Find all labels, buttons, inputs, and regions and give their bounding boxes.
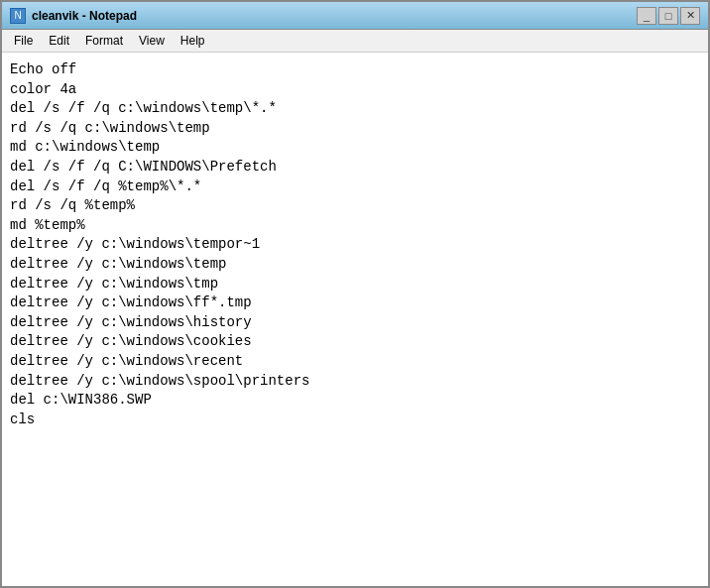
title-bar-buttons: _ □ ✕ [637,7,700,25]
notepad-icon: N [10,8,26,24]
menu-edit[interactable]: Edit [41,32,77,50]
maximize-button[interactable]: □ [658,7,678,25]
notepad-window: N cleanvik - Notepad _ □ ✕ File Edit For… [0,0,710,588]
minimize-button[interactable]: _ [637,7,656,25]
close-button[interactable]: ✕ [680,7,700,25]
menu-help[interactable]: Help [173,32,213,50]
window-title: cleanvik - Notepad [32,9,137,23]
menu-format[interactable]: Format [77,32,131,50]
title-bar: N cleanvik - Notepad _ □ ✕ [2,2,708,30]
title-bar-left: N cleanvik - Notepad [10,8,137,24]
text-editor-area[interactable]: Echo off color 4a del /s /f /q c:\window… [2,53,708,586]
code-text[interactable]: Echo off color 4a del /s /f /q c:\window… [10,60,700,429]
menu-file[interactable]: File [6,32,41,50]
menu-bar: File Edit Format View Help [2,30,708,53]
menu-view[interactable]: View [131,32,173,50]
